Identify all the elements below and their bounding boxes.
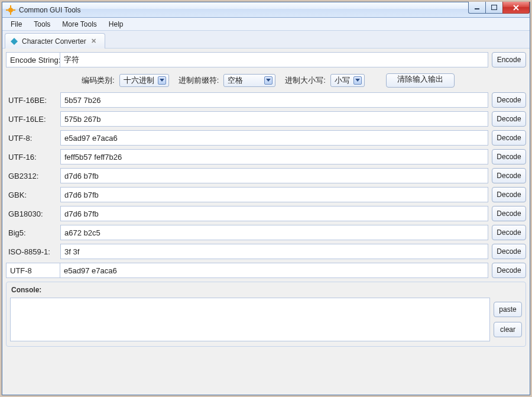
encoding-value-input[interactable]	[60, 187, 488, 202]
minimize-button[interactable]	[468, 2, 486, 14]
decode-button[interactable]: Decode	[492, 244, 526, 259]
decode-button[interactable]: Decode	[492, 111, 526, 127]
case-select[interactable]: 小写	[330, 74, 365, 87]
svg-rect-4	[13, 9, 15, 11]
type-select[interactable]: 十六进制	[119, 74, 169, 87]
menu-more-tools[interactable]: More Tools	[57, 19, 101, 30]
encoding-label: GBK:	[6, 188, 60, 202]
encoding-row: UTF-8Decode	[6, 263, 526, 278]
window-controls	[469, 2, 530, 14]
decode-button[interactable]: Decode	[492, 130, 526, 146]
menubar: File Tools More Tools Help	[2, 18, 530, 31]
app-icon	[6, 5, 15, 15]
maximize-button[interactable]	[485, 2, 503, 14]
encoding-row: UTF-16BE:Decode	[6, 92, 526, 108]
encoding-label: ISO-8859-1:	[6, 245, 60, 259]
encoding-row: ISO-8859-1:Decode	[6, 244, 526, 259]
encoding-value-input[interactable]	[60, 130, 488, 146]
encoding-row: UTF-8:Decode	[6, 130, 526, 146]
converter-icon	[10, 37, 18, 46]
console-group: Console: paste clear	[6, 282, 526, 347]
decode-button[interactable]: Decode	[492, 92, 526, 108]
encoding-value-input[interactable]	[60, 263, 488, 278]
prefix-select[interactable]: 空格	[223, 74, 275, 87]
console-textarea[interactable]	[10, 298, 490, 341]
type-label: 编码类别:	[82, 75, 115, 86]
tab-character-converter[interactable]: Character Converter ✕	[5, 33, 105, 49]
decode-button[interactable]: Decode	[492, 263, 526, 278]
svg-marker-9	[266, 79, 271, 82]
encoding-label: GB18030:	[6, 207, 60, 221]
chevron-down-icon	[353, 76, 362, 85]
encoding-row: Big5:Decode	[6, 225, 526, 240]
decode-button[interactable]: Decode	[492, 225, 526, 240]
paste-button[interactable]: paste	[494, 302, 522, 317]
encode-label: Encode String:	[6, 52, 60, 67]
svg-rect-3	[6, 9, 8, 11]
encoding-row: GBK:Decode	[6, 187, 526, 202]
svg-point-0	[8, 8, 13, 12]
encoding-label: UTF-16LE:	[6, 112, 60, 126]
type-value: 十六进制	[124, 75, 154, 86]
clear-button[interactable]: clear	[494, 322, 522, 337]
encoding-value-input[interactable]	[60, 149, 488, 164]
svg-rect-2	[10, 12, 11, 15]
encode-input[interactable]	[60, 52, 488, 67]
encoding-value-input[interactable]	[60, 168, 488, 183]
tab-label: Character Converter	[22, 37, 86, 46]
encoding-value-input[interactable]	[60, 225, 488, 240]
close-button[interactable]	[502, 2, 530, 14]
chevron-down-icon	[264, 76, 273, 85]
decode-button[interactable]: Decode	[492, 187, 526, 202]
prefix-label: 进制前缀符:	[179, 75, 219, 86]
encoding-value-input[interactable]	[60, 111, 488, 127]
encoding-label: Big5:	[6, 226, 60, 240]
menu-tools[interactable]: Tools	[29, 19, 55, 30]
menu-help[interactable]: Help	[104, 19, 128, 30]
encoding-label: GB2312:	[6, 169, 60, 183]
encoding-row: GB2312:Decode	[6, 168, 526, 183]
titlebar: Common GUI Tools	[2, 2, 530, 18]
svg-rect-5	[475, 8, 479, 9]
minimize-icon	[474, 5, 480, 10]
menu-file[interactable]: File	[6, 19, 27, 30]
maximize-icon	[491, 5, 497, 10]
close-icon	[512, 5, 520, 11]
chevron-down-icon	[158, 76, 166, 85]
options-row: 编码类别: 十六进制 进制前缀符: 空格 进制大小写: 小写 清除输入输出	[6, 71, 526, 92]
tab-strip: Character Converter ✕	[2, 31, 530, 49]
svg-marker-10	[355, 79, 360, 82]
prefix-value: 空格	[228, 75, 243, 86]
clear-io-button[interactable]: 清除输入输出	[386, 73, 455, 88]
window-title: Common GUI Tools	[19, 6, 80, 14]
decode-button[interactable]: Decode	[492, 168, 526, 183]
decode-button[interactable]: Decode	[492, 206, 526, 221]
case-label: 进制大小写:	[285, 75, 326, 86]
main-panel: Encode String: Encode 编码类别: 十六进制 进制前缀符: …	[2, 49, 530, 350]
encoding-row: UTF-16LE:Decode	[6, 111, 526, 127]
tab-close-icon[interactable]: ✕	[90, 37, 98, 45]
encoding-label: UTF-8:	[6, 131, 60, 145]
encoding-rows: UTF-16BE:DecodeUTF-16LE:DecodeUTF-8:Deco…	[6, 92, 526, 278]
encoding-row: UTF-16:Decode	[6, 149, 526, 164]
encoding-value-input[interactable]	[60, 206, 488, 221]
case-value: 小写	[335, 75, 350, 86]
encoding-label: UTF-8	[6, 263, 60, 278]
svg-marker-7	[11, 38, 18, 45]
console-buttons: paste clear	[494, 298, 522, 341]
encoding-label: UTF-16BE:	[6, 93, 60, 107]
encoding-label: UTF-16:	[6, 150, 60, 164]
svg-marker-8	[160, 79, 164, 82]
encode-button[interactable]: Encode	[492, 52, 526, 67]
console-label: Console:	[10, 285, 522, 298]
encoding-value-input[interactable]	[60, 92, 488, 108]
encode-row: Encode String: Encode	[6, 52, 526, 67]
encoding-value-input[interactable]	[60, 244, 488, 259]
svg-rect-1	[10, 5, 11, 8]
decode-button[interactable]: Decode	[492, 149, 526, 164]
app-window: Common GUI Tools File Tools More Tools H…	[2, 2, 530, 395]
encoding-row: GB18030:Decode	[6, 206, 526, 221]
svg-rect-6	[492, 5, 497, 10]
